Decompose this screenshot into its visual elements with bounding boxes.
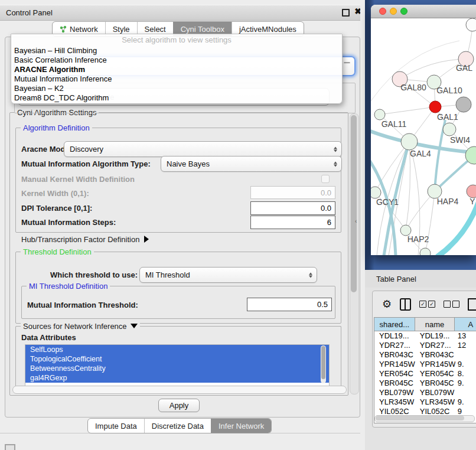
table-toolbar: ⚙ ✓ ✓ (373, 296, 476, 312)
attribute-item[interactable]: gal4RGexp (25, 373, 329, 383)
settings-vertical-scrollbar[interactable] (350, 113, 359, 394)
network-edge[interactable] (380, 107, 435, 115)
tab-infer-network[interactable]: Infer Network (211, 419, 271, 433)
table-cell: YDR27... (415, 341, 455, 350)
attribute-item[interactable]: SelfLoops (25, 345, 329, 354)
table-cell: YBR045C (374, 379, 415, 388)
scrollbar-thumb[interactable] (376, 416, 464, 420)
collapse-arrow-icon (144, 236, 149, 243)
kernel-width-field[interactable] (250, 186, 335, 199)
tab-impute-data[interactable]: Impute Data (88, 419, 144, 433)
split-columns-icon[interactable] (400, 298, 411, 311)
which-threshold-label: Which threshold to use: (50, 270, 138, 279)
dpi-tolerance-field[interactable] (250, 201, 335, 215)
close-traffic-light-icon[interactable] (379, 8, 386, 15)
table-row[interactable]: YDL19...YDL19...13 (374, 331, 476, 341)
checked-box-icon: ✓ (428, 301, 435, 308)
tab-discretize-data[interactable]: Discretize Data (144, 419, 211, 433)
table-cell: YDL19... (415, 331, 455, 341)
table-row[interactable]: YBR043CYBR043C (374, 350, 476, 360)
algorithm-option[interactable]: Mutual Information Inference (11, 74, 342, 84)
collapsed-panel-icon[interactable] (5, 444, 15, 450)
column-header[interactable]: name (415, 318, 455, 331)
unchecked-box-icon (452, 301, 459, 308)
table-cell: YBR043C (415, 350, 455, 360)
aracne-mode-combobox[interactable]: Discovery (64, 141, 342, 157)
algorithm-popup-placeholder: Select algorithm to view settings (11, 34, 342, 46)
mi-threshold-definition-title: MI Threshold Definition (27, 282, 110, 291)
algorithm-option[interactable]: ARACNE Algorithm (11, 65, 342, 74)
panel-splitter[interactable] (360, 0, 365, 450)
table-horizontal-scrollbar[interactable] (374, 415, 475, 422)
network-view-window[interactable]: GALGAL80GAL10GAL1GAL11SWI4GAL4GCY1HAP4YH… (371, 5, 476, 255)
algorithm-option[interactable]: Bayesian – K2 (11, 84, 342, 93)
attribute-item[interactable]: BetweennessCentrality (25, 364, 329, 373)
document-icon[interactable] (468, 298, 476, 311)
node-table[interactable]: shared...nameA YDL19...YDL19...13YDR27..… (374, 317, 476, 423)
table-row[interactable]: YBR045CYBR045C9. (374, 379, 476, 388)
table-cell (455, 388, 476, 397)
mi-steps-field[interactable] (250, 216, 335, 229)
network-canvas[interactable]: GALGAL80GAL10GAL1GAL11SWI4GAL4GCY1HAP4YH… (371, 18, 476, 255)
network-node-y[interactable] (467, 185, 476, 198)
network-node-gcy1[interactable] (371, 187, 381, 198)
network-node-gal4[interactable] (401, 133, 418, 150)
mi-algorithm-type-combobox[interactable]: Naive Bayes (161, 156, 342, 172)
table-row[interactable]: YBL079WYBL079W (374, 388, 476, 397)
network-edge[interactable] (437, 203, 476, 255)
table-cell: 9. (455, 397, 476, 407)
algorithm-option[interactable]: Bayesian – Hill Climbing (11, 46, 342, 56)
table-row[interactable]: YER054CYER054C8. (374, 369, 476, 379)
settings-horizontal-scrollbar[interactable] (12, 386, 347, 393)
manual-kernel-checkbox[interactable] (321, 175, 330, 183)
attributes-list-scrollbar[interactable] (321, 345, 326, 383)
scrollbar-thumb[interactable] (321, 346, 325, 379)
unchecked-box-icon (444, 301, 451, 308)
splitter-arrow-icon[interactable]: ‹ (355, 218, 357, 224)
network-node[interactable] (420, 248, 431, 255)
combo-arrows-icon (334, 161, 337, 167)
network-node[interactable] (456, 97, 471, 112)
table-row[interactable]: YLR345WYLR345W9. (374, 397, 476, 407)
network-window-titlebar[interactable] (371, 5, 476, 18)
node-label: GAL4 (410, 149, 431, 158)
gear-icon[interactable]: ⚙ (382, 298, 392, 310)
scrollbar-thumb[interactable] (351, 115, 357, 292)
algorithm-dropdown-popup: Select algorithm to view settings Bayesi… (11, 34, 343, 104)
table-row[interactable]: YPR145WYPR145W9. (374, 360, 476, 369)
hub-definition-toggle[interactable]: Hub/Transcription Factor Definition (21, 235, 149, 244)
select-all-columns-icon[interactable]: ✓ ✓ (419, 301, 435, 308)
data-attributes-label: Data Attributes (21, 333, 76, 342)
sources-group-title[interactable]: Sources for Network Inference (21, 322, 140, 331)
data-attributes-list[interactable]: SelfLoopsTopologicalCoefficientBetweenne… (25, 344, 330, 386)
algorithm-option[interactable]: Basic Correlation Inference (11, 56, 342, 65)
table-cell: YDL19... (374, 331, 415, 341)
algorithm-option[interactable]: Dream8 DC_TDC Algorithm (11, 93, 342, 103)
network-node[interactable] (429, 101, 441, 113)
column-header[interactable]: A (455, 318, 476, 331)
scrollbar-thumb[interactable] (12, 386, 347, 394)
node-label: GAL10 (436, 86, 462, 95)
network-node-gal11[interactable] (374, 109, 385, 120)
table-cell: YBR045C (415, 379, 455, 388)
apply-button[interactable]: Apply (158, 399, 200, 412)
node-label: GCY1 (376, 197, 399, 207)
table-cell: YDR27... (374, 341, 415, 350)
deselect-all-columns-icon[interactable] (444, 301, 459, 308)
float-window-icon[interactable] (342, 9, 350, 17)
column-header[interactable]: shared... (374, 318, 415, 331)
zoom-traffic-light-icon[interactable] (400, 8, 407, 15)
algorithm-definition-title: Algorithm Definition (21, 123, 92, 132)
mi-threshold-field[interactable] (247, 298, 332, 311)
table-cell: YPR145W (415, 360, 455, 369)
table-cell: 8. (455, 369, 476, 379)
network-node[interactable] (466, 18, 476, 31)
table-cell: YLR345W (374, 397, 415, 407)
which-threshold-combobox[interactable]: MI Threshold (139, 267, 317, 283)
table-row[interactable]: YDR27...YDR27...12 (374, 341, 476, 350)
minimize-traffic-light-icon[interactable] (390, 8, 397, 15)
node-label: GAL11 (382, 119, 407, 129)
table-cell: YER054C (374, 369, 415, 379)
attribute-item[interactable]: TopologicalCoefficient (25, 354, 329, 364)
network-node-gal1[interactable] (443, 123, 456, 136)
